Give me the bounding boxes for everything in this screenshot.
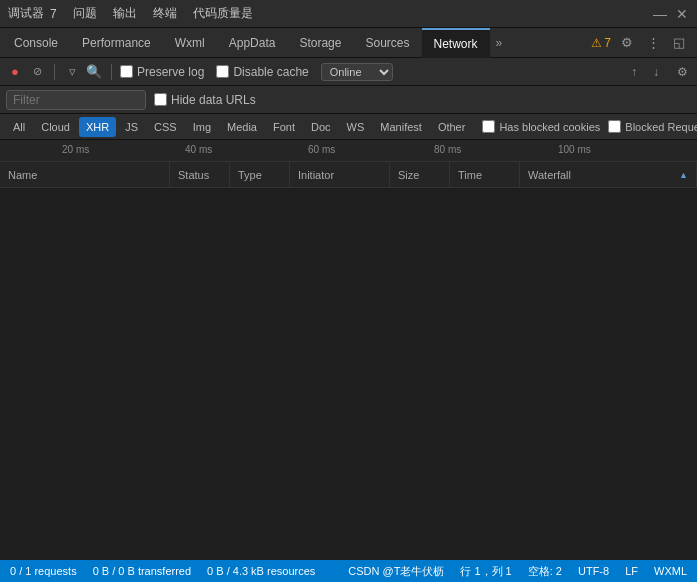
csdn-label: CSDN @T老牛伏枥	[348, 564, 444, 579]
th-name[interactable]: Name	[0, 162, 170, 187]
title-bar: 调试器 7 问题 输出 终端 代码质量是 — ✕	[0, 0, 697, 28]
menu-item-3[interactable]: 终端	[153, 5, 177, 22]
row-col-label: 行 1，列 1	[460, 564, 511, 579]
stop-button[interactable]: ⊘	[28, 63, 46, 81]
filter-xhr[interactable]: XHR	[79, 117, 116, 137]
hide-urls-label[interactable]: Hide data URLs	[154, 93, 256, 107]
th-waterfall[interactable]: Waterfall ▲	[520, 162, 697, 187]
filter-other[interactable]: Other	[431, 117, 473, 137]
file-type-label: WXML	[654, 565, 687, 577]
blocked-requests-label[interactable]: Blocked Requests	[608, 120, 697, 133]
upload-icon[interactable]: ↑	[625, 63, 643, 81]
warning-count: 7	[604, 36, 611, 50]
filter-media[interactable]: Media	[220, 117, 264, 137]
minimize-button[interactable]: —	[653, 7, 667, 21]
toolbar-divider-1	[54, 64, 55, 80]
table-header: Name Status Type Initiator Size Time Wat…	[0, 162, 697, 188]
blocked-cookies-checkbox[interactable]	[482, 120, 495, 133]
th-type[interactable]: Type	[230, 162, 290, 187]
tab-sources[interactable]: Sources	[353, 28, 421, 58]
record-button[interactable]: ●	[6, 63, 24, 81]
status-left: 0 / 1 requests 0 B / 0 B transferred 0 B…	[10, 565, 315, 577]
transferred-size: 0 B / 0 B transferred	[93, 565, 191, 577]
ruler-tick-3: 60 ms	[308, 145, 335, 155]
timeline-ruler: 20 ms 40 ms 60 ms 80 ms 100 ms	[0, 140, 697, 162]
disable-cache-label[interactable]: Disable cache	[216, 65, 308, 79]
blocked-cookies-text: Has blocked cookies	[499, 121, 600, 133]
main-content: Console Performance Wxml AppData Storage…	[0, 28, 697, 582]
main-tabs: Console Performance Wxml AppData Storage…	[0, 28, 697, 58]
blocked-cookies-label[interactable]: Has blocked cookies	[482, 120, 600, 133]
app-version: 7	[50, 7, 57, 21]
status-right: CSDN @T老牛伏枥 行 1，列 1 空格: 2 UTF-8 LF WXML	[348, 564, 687, 579]
eol-label: LF	[625, 565, 638, 577]
tab-storage[interactable]: Storage	[287, 28, 353, 58]
table-body[interactable]	[0, 188, 697, 560]
download-icon[interactable]: ↓	[647, 63, 665, 81]
th-waterfall-label: Waterfall	[528, 169, 571, 181]
filter-img[interactable]: Img	[186, 117, 218, 137]
blocked-requests-text: Blocked Requests	[625, 121, 697, 133]
tab-appdata[interactable]: AppData	[217, 28, 288, 58]
requests-count: 0 / 1 requests	[10, 565, 77, 577]
hide-urls-checkbox[interactable]	[154, 93, 167, 106]
resources-size: 0 B / 4.3 kB resources	[207, 565, 315, 577]
encoding-label: UTF-8	[578, 565, 609, 577]
toolbar-divider-2	[111, 64, 112, 80]
filter-doc[interactable]: Doc	[304, 117, 338, 137]
type-filter-row: All Cloud XHR JS CSS Img Media Font Doc …	[0, 114, 697, 140]
filter-css[interactable]: CSS	[147, 117, 184, 137]
filter-js[interactable]: JS	[118, 117, 145, 137]
filter-row: Hide data URLs	[0, 86, 697, 114]
filter-font[interactable]: Font	[266, 117, 302, 137]
tab-performance[interactable]: Performance	[70, 28, 163, 58]
network-settings-icon[interactable]: ⚙	[673, 63, 691, 81]
ruler-tick-5: 100 ms	[558, 145, 591, 155]
preserve-log-text: Preserve log	[137, 65, 204, 79]
filter-manifest[interactable]: Manifest	[373, 117, 429, 137]
tab-wxml[interactable]: Wxml	[163, 28, 217, 58]
more-icon[interactable]: ⋮	[643, 33, 663, 53]
th-time[interactable]: Time	[450, 162, 520, 187]
app-name: 调试器	[8, 5, 44, 22]
th-size[interactable]: Size	[390, 162, 450, 187]
filter-cloud[interactable]: Cloud	[34, 117, 77, 137]
hide-urls-text: Hide data URLs	[171, 93, 256, 107]
close-button[interactable]: ✕	[675, 7, 689, 21]
menu-item-2[interactable]: 输出	[113, 5, 137, 22]
warning-icon: ⚠	[591, 36, 602, 50]
search-icon[interactable]: 🔍	[85, 63, 103, 81]
warning-badge[interactable]: ⚠ 7	[591, 36, 611, 50]
ruler-tick-1: 20 ms	[62, 145, 89, 155]
tab-network[interactable]: Network	[422, 28, 490, 58]
title-bar-left: 调试器 7 问题 输出 终端 代码质量是	[8, 5, 253, 22]
blocked-requests-checkbox[interactable]	[608, 120, 621, 133]
disable-cache-checkbox[interactable]	[216, 65, 229, 78]
ruler-tick-4: 80 ms	[434, 145, 461, 155]
disable-cache-text: Disable cache	[233, 65, 308, 79]
space-label: 空格: 2	[528, 564, 562, 579]
filter-icon[interactable]: ▿	[63, 63, 81, 81]
sort-icon: ▲	[679, 170, 688, 180]
tabs-icons: ⚠ 7 ⚙ ⋮ ◱	[591, 33, 695, 53]
menu-item-4[interactable]: 代码质量是	[193, 5, 253, 22]
dock-icon[interactable]: ◱	[669, 33, 689, 53]
toolbar: ● ⊘ ▿ 🔍 Preserve log Disable cache Onlin…	[0, 58, 697, 86]
th-status[interactable]: Status	[170, 162, 230, 187]
th-initiator[interactable]: Initiator	[290, 162, 390, 187]
filter-all[interactable]: All	[6, 117, 32, 137]
ruler-tick-2: 40 ms	[185, 145, 212, 155]
preserve-log-checkbox[interactable]	[120, 65, 133, 78]
tab-console[interactable]: Console	[2, 28, 70, 58]
settings-icon[interactable]: ⚙	[617, 33, 637, 53]
status-bar: 0 / 1 requests 0 B / 0 B transferred 0 B…	[0, 560, 697, 582]
online-select-wrapper: Online Slow 3G Fast 3G Offline	[321, 63, 393, 81]
overflow-button[interactable]: »	[490, 36, 509, 50]
filter-ws[interactable]: WS	[340, 117, 372, 137]
preserve-log-label[interactable]: Preserve log	[120, 65, 204, 79]
filter-input[interactable]	[6, 90, 146, 110]
throttling-select[interactable]: Online Slow 3G Fast 3G Offline	[321, 63, 393, 81]
title-bar-right: — ✕	[653, 7, 689, 21]
menu-item-1[interactable]: 问题	[73, 5, 97, 22]
